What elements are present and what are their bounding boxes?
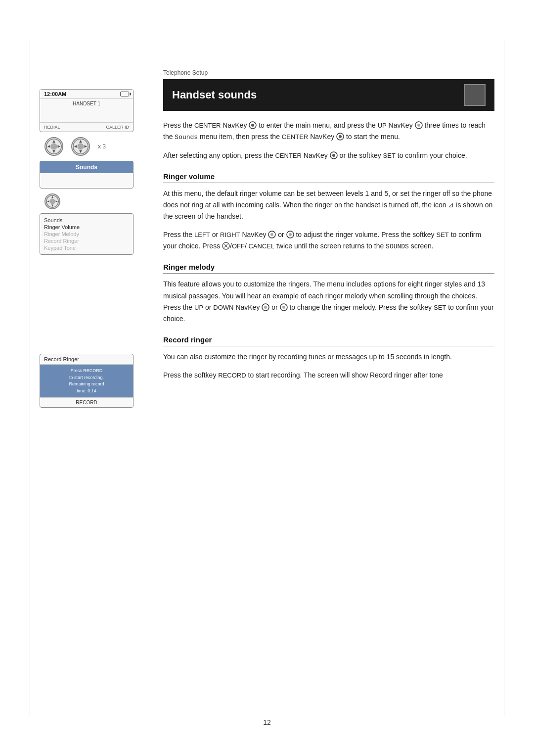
svg-point-24 [339, 135, 342, 138]
record-softkey: RECORD [40, 397, 133, 407]
svg-point-7 [77, 143, 84, 149]
record-line1: Press RECORD [44, 368, 129, 375]
handset-display-1: 12:00AM HANDSET 1 REDIAL CALLER ID [40, 89, 134, 132]
menu-item-ringer-volume: Ringer Volume [44, 224, 129, 231]
intro-paragraph-1: Press the CENTER NavKey ⊛ to enter the m… [163, 120, 494, 143]
menu-item-ringer-melody: Ringer Melody [44, 231, 129, 237]
small-nav-circle [44, 193, 60, 209]
title-square [464, 84, 486, 106]
sounds-header: Sounds [40, 161, 133, 173]
page-title: Handset sounds [172, 89, 257, 101]
handset-time: 12:00AM [44, 91, 66, 97]
record-body: Press RECORD to start recording. Remaini… [40, 365, 133, 397]
record-ringer-p2: Press the softkey RECORD to start record… [163, 370, 494, 381]
softkey-left: REDIAL [44, 125, 60, 130]
record-display: Record Ringer Press RECORD to start reco… [40, 354, 134, 408]
x3-label: x 3 [98, 143, 106, 150]
left-column: 12:00AM HANDSET 1 REDIAL CALLER ID [40, 89, 148, 412]
svg-point-37 [282, 306, 285, 309]
menu-item-keypad-tone: Keypad Tone [44, 244, 129, 251]
ringer-volume-p2: Press the LEFT or RIGHT NavKey or to adj… [163, 229, 494, 252]
nav-arrows-row: x 3 [40, 137, 148, 156]
section-heading-record-ringer: Record ringer [163, 335, 494, 346]
record-title: Record Ringer [40, 354, 133, 365]
page-border-left [30, 40, 30, 716]
page-title-bar: Handset sounds [163, 79, 494, 111]
ringer-volume-p1: At this menu, the default ringer volume … [163, 188, 494, 222]
menu-item-sounds: Sounds [44, 217, 129, 224]
nav-circle-right [71, 137, 90, 156]
handset-softkeys: REDIAL CALLER ID [40, 122, 133, 132]
record-line2: to start recording. [44, 375, 129, 381]
intro-paragraph-2: After selecting any option, press the CE… [163, 150, 494, 161]
menu-list-display: Sounds Ringer Volume Ringer Melody Recor… [40, 213, 134, 255]
svg-point-13 [49, 198, 55, 204]
nav-circle-left [44, 137, 63, 156]
menu-item-record-ringer: Record Ringer [44, 237, 129, 244]
record-ringer-section: Record Ringer Press RECORD to start reco… [40, 354, 148, 408]
ringer-melody-p1: This feature allows you to customize the… [163, 279, 494, 324]
sounds-display: Sounds [40, 161, 134, 189]
record-ringer-p1: You can also customize the ringer by rec… [163, 351, 494, 363]
section-heading-ringer-volume: Ringer volume [163, 172, 494, 183]
record-line4: time: 0:14 [44, 388, 129, 395]
svg-text:⊛: ⊛ [252, 124, 254, 126]
softkey-right: CALLER ID [106, 125, 129, 130]
main-content: Telephone Setup Handset sounds Press the… [163, 69, 494, 388]
sounds-body [40, 173, 133, 188]
small-nav-row [40, 193, 148, 209]
battery-icon [120, 92, 129, 96]
svg-point-1 [50, 143, 57, 149]
svg-point-35 [264, 306, 267, 309]
svg-point-22 [417, 124, 420, 127]
record-line3: Remaining record [44, 381, 129, 388]
handset-label: HANDSET 1 [40, 99, 133, 108]
page-border-right [504, 40, 504, 716]
handset-status-bar: 12:00AM [40, 90, 133, 99]
svg-point-30 [289, 233, 292, 236]
section-heading-ringer-melody: Ringer melody [163, 263, 494, 274]
svg-point-28 [270, 233, 273, 236]
breadcrumb: Telephone Setup [163, 69, 494, 76]
svg-point-26 [332, 154, 335, 157]
page-number: 12 [263, 718, 271, 726]
